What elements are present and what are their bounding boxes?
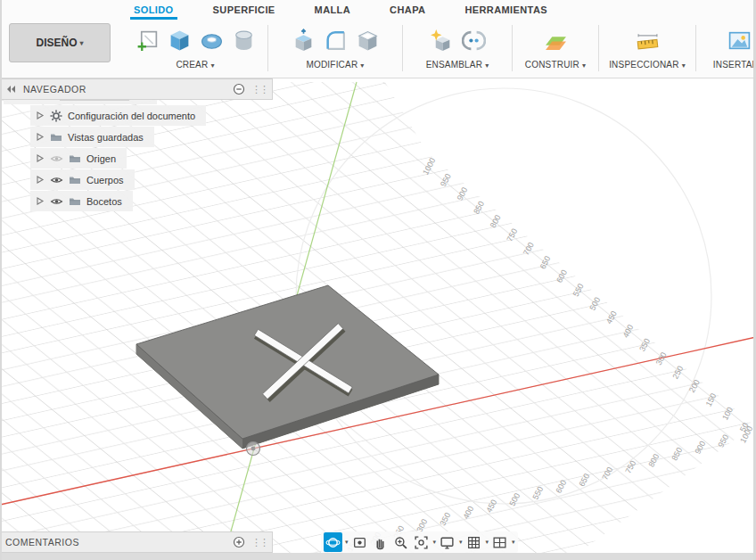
dropdown-caret-icon (482, 60, 489, 70)
fusion-window: 1000950900850800750700650600550500450400… (0, 0, 756, 560)
tab-malla[interactable]: MALLA (311, 0, 355, 20)
eye-icon[interactable] (50, 176, 63, 185)
shell-icon[interactable] (353, 23, 382, 57)
folder-icon (69, 175, 81, 185)
insert-image-icon[interactable] (725, 23, 753, 57)
new-component-icon[interactable] (427, 23, 456, 57)
tree-item-label[interactable]: Vistas guardadas (68, 132, 144, 143)
measure-icon[interactable] (633, 23, 662, 57)
collapse-panel-icon[interactable] (5, 84, 17, 95)
tree-item-label[interactable]: Origen (86, 153, 116, 164)
expander-icon[interactable] (35, 196, 45, 206)
tree-item-label[interactable]: Cuerpos (86, 175, 124, 185)
tab-chapa[interactable]: CHAPA (386, 0, 429, 20)
extrude-icon[interactable] (165, 23, 193, 57)
group-label-crear[interactable]: CREAR (176, 60, 208, 70)
group-label-construir[interactable]: CONSTRUIR (525, 60, 579, 70)
design-button-label: DISEÑO (36, 37, 77, 49)
view-navigation-toolbar: ▾ ▾ ▾ ▾ ▾ (321, 531, 518, 553)
tab-superficie[interactable]: SUPERFICIE (210, 0, 279, 20)
window-edge (0, 553, 756, 560)
navigator-title: NAVEGADOR (23, 84, 226, 95)
group-insertar: INSERTAR (698, 20, 756, 77)
gear-icon (50, 110, 62, 122)
cylinder-icon[interactable] (229, 23, 258, 57)
group-construir: CONSTRUIR (514, 20, 596, 77)
expand-circle-icon[interactable] (233, 536, 245, 548)
origin-point[interactable] (247, 442, 260, 456)
toolbar-separator (402, 25, 403, 71)
toolbar-separator (512, 25, 513, 71)
tree-item-label[interactable]: Bocetos (86, 196, 122, 207)
folder-icon (50, 132, 62, 142)
dropdown-caret-icon[interactable]: ▾ (486, 539, 489, 546)
eye-icon[interactable] (50, 154, 63, 163)
group-label-insertar[interactable]: INSERTAR (713, 60, 756, 70)
comments-title: COMENTARIOS (5, 537, 226, 548)
pan-icon[interactable] (371, 532, 390, 552)
group-inspeccionar: INSPECCIONAR (601, 20, 694, 77)
panel-drag-handle[interactable]: ⋮⋮ (251, 84, 267, 95)
tree-row-named-views[interactable]: Vistas guardadas (30, 127, 154, 147)
toolbar-separator (267, 25, 268, 71)
expander-icon[interactable] (35, 132, 45, 142)
look-at-icon[interactable] (350, 532, 369, 552)
construction-plane-icon[interactable] (541, 23, 570, 57)
eye-icon[interactable] (50, 197, 63, 206)
expander-icon[interactable] (35, 153, 45, 163)
grid-settings-icon[interactable] (464, 532, 483, 552)
tree-row-bodies[interactable]: Cuerpos (30, 169, 135, 190)
display-settings-icon[interactable] (438, 532, 456, 552)
tab-herramientas[interactable]: HERRAMIENTAS (461, 0, 551, 20)
dropdown-caret-icon (579, 60, 586, 70)
workspace-tabs: SOLIDO SUPERFICIE MALLA CHAPA HERRAMIENT… (130, 0, 551, 20)
panel-drag-handle[interactable]: ⋮⋮ (251, 537, 267, 548)
top-toolbar: SOLIDO SUPERFICIE MALLA CHAPA HERRAMIENT… (0, 0, 756, 78)
group-modificar: MODIFICAR (270, 20, 400, 77)
orbit-icon[interactable] (324, 532, 342, 552)
toolbar-separator (598, 25, 599, 71)
dropdown-caret-icon[interactable]: ▾ (459, 539, 463, 546)
tree-row-sketches[interactable]: Bocetos (30, 191, 133, 211)
tab-solido[interactable]: SOLIDO (130, 0, 177, 20)
dropdown-caret-icon[interactable]: ▾ (345, 539, 349, 546)
group-ensamblar: ENSAMBLAR (405, 20, 510, 77)
navigator-panel: NAVEGADOR ⋮⋮ (Sin guardar) Configuración… (0, 78, 273, 211)
press-pull-icon[interactable] (289, 23, 317, 57)
joint-icon[interactable] (459, 23, 488, 57)
fit-icon[interactable] (412, 532, 431, 552)
group-label-ensamblar[interactable]: ENSAMBLAR (426, 60, 483, 70)
tree-row-origin[interactable]: Origen (30, 148, 127, 169)
dropdown-caret-icon[interactable]: ▾ (433, 539, 437, 546)
dropdown-caret-icon (679, 60, 686, 70)
navigator-header[interactable]: NAVEGADOR ⋮⋮ (0, 78, 273, 100)
dropdown-caret-icon[interactable]: ▾ (512, 539, 515, 546)
ribbon-groups: CREAR MODIFICAR (125, 20, 756, 77)
group-label-modificar[interactable]: MODIFICAR (306, 60, 357, 70)
folder-icon (69, 153, 81, 163)
expander-icon[interactable] (35, 111, 45, 120)
dropdown-caret-icon (208, 60, 214, 70)
tree-item-label[interactable]: Configuración del documento (68, 111, 195, 121)
group-crear: CREAR (125, 20, 266, 77)
tree-row-document-settings[interactable]: Configuración del documento (30, 105, 206, 126)
collapse-circle-icon[interactable] (233, 83, 245, 95)
create-sketch-icon[interactable] (133, 23, 161, 57)
dropdown-caret-icon (357, 60, 364, 70)
toolbar-separator (695, 25, 696, 71)
viewports-icon[interactable] (490, 532, 509, 552)
folder-icon (69, 196, 81, 206)
zoom-icon[interactable] (391, 532, 410, 552)
expander-icon[interactable] (35, 175, 45, 185)
comments-panel-header[interactable]: COMENTARIOS ⋮⋮ (0, 531, 273, 553)
window-edge (0, 0, 2, 560)
design-workspace-button[interactable]: DISEÑO (9, 23, 111, 62)
revolve-icon[interactable] (197, 23, 226, 57)
group-label-inspeccionar[interactable]: INSPECCIONAR (609, 60, 679, 70)
fillet-icon[interactable] (321, 23, 349, 57)
